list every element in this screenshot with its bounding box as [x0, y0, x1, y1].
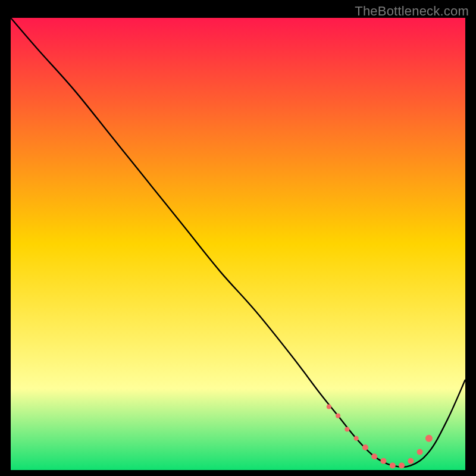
- curve-marker: [399, 462, 405, 468]
- chart-frame: TheBottleneck.com: [0, 0, 476, 476]
- curve-marker: [354, 436, 359, 441]
- curve-marker: [362, 444, 368, 450]
- gradient-background: [11, 18, 465, 470]
- curve-marker: [425, 435, 433, 442]
- curve-marker: [390, 462, 396, 468]
- curve-marker: [371, 453, 377, 459]
- attribution-label: TheBottleneck.com: [355, 4, 469, 19]
- curve-marker: [327, 405, 331, 409]
- bottleneck-chart: [11, 18, 465, 470]
- curve-marker: [380, 458, 386, 464]
- curve-marker: [417, 449, 423, 455]
- curve-marker: [345, 427, 349, 432]
- curve-marker: [336, 414, 340, 418]
- curve-marker: [408, 458, 414, 464]
